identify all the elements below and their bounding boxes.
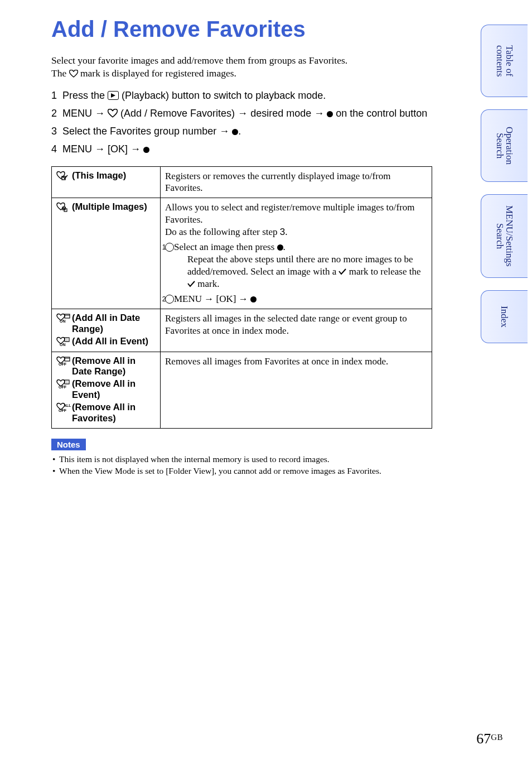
step4-text-b: [OK] <box>108 143 130 155</box>
note-item: This item is not displayed when the inte… <box>51 454 432 465</box>
modes-table: (This Image) Registers or removes the cu… <box>51 166 432 429</box>
step-1: 1 Press the (Playback) button to switch … <box>51 89 432 102</box>
heart-on-event-icon: ON <box>56 337 71 349</box>
svg-text:ON: ON <box>60 343 66 347</box>
svg-rect-6 <box>65 338 69 342</box>
table-row: ON (Add All in Date Range) ON (Add All i… <box>52 309 432 352</box>
heart-on-date-icon: ON <box>56 313 71 326</box>
heart-off-date-icon: OFF <box>56 356 71 369</box>
heart-icon <box>108 108 120 119</box>
sub2-b: [OK] <box>214 294 238 304</box>
svg-text:OFF: OFF <box>59 385 67 389</box>
row2-desc-a: Allows you to select and register/remove… <box>165 201 427 226</box>
svg-text:ALL: ALL <box>64 403 71 407</box>
arrow-icon: → <box>95 143 105 155</box>
arrow-icon: → <box>314 108 324 119</box>
heart-this-image-icon <box>56 171 70 184</box>
step4-text-a: MENU <box>62 143 95 155</box>
check-icon <box>338 266 346 277</box>
page-number-value: 67 <box>476 731 491 747</box>
row4-label-c: (Remove All in Favorites) <box>72 402 136 423</box>
circled-2-icon: 2 <box>165 295 174 304</box>
row2-desc-b-end: . <box>285 227 287 237</box>
tab-label: Table ofcontents <box>495 45 515 77</box>
svg-text:OFF: OFF <box>59 409 67 412</box>
center-button-icon <box>250 296 257 302</box>
row1-desc: Registers or removes the currently displ… <box>161 166 432 198</box>
row3-label-a: (Add All in Date Range) <box>72 313 140 334</box>
arrow-icon: → <box>130 143 141 155</box>
step-4: 4 MENU → [OK] → <box>51 142 432 156</box>
heart-off-event-icon: OFF <box>56 379 71 392</box>
sub2-a: MENU <box>174 294 204 304</box>
steps-list: 1 Press the (Playback) button to switch … <box>51 89 432 156</box>
arrow-icon: → <box>204 294 214 304</box>
table-row: (This Image) Registers or removes the cu… <box>52 166 432 198</box>
heart-icon <box>69 68 78 81</box>
side-tabs: Table ofcontents OperationSearch MENU/Se… <box>481 25 528 355</box>
svg-rect-9 <box>65 357 70 361</box>
notes-list: This item is not displayed when the inte… <box>51 454 432 477</box>
tab-label: MENU/SettingsSearch <box>495 205 515 267</box>
center-button-icon <box>143 147 149 153</box>
arrow-icon: → <box>239 294 248 304</box>
tab-label: Index <box>500 306 510 328</box>
arrow-icon: → <box>238 108 248 119</box>
step2-text-a: MENU <box>62 108 95 119</box>
page-number: 67GB <box>476 731 503 747</box>
row1-label: (This Image) <box>72 170 126 180</box>
intro-text: Select your favorite images and add/remo… <box>51 54 432 81</box>
arrow-icon: → <box>219 126 229 137</box>
notes-header: Notes <box>51 439 86 450</box>
page-number-suffix: GB <box>491 733 503 742</box>
sub1-a: Select an image then press <box>174 242 277 252</box>
step-number: 1 <box>51 89 62 102</box>
sub1-d: mark to release the <box>346 266 420 277</box>
circled-1-icon: 1 <box>165 243 174 252</box>
step2-text-b: (Add / Remove Favorites) <box>120 108 238 119</box>
page-title: Add / Remove Favorites <box>51 17 432 42</box>
step-number: 3 <box>51 124 62 138</box>
step3-text-a: Select the Favorites group number <box>62 126 219 137</box>
tab-label: OperationSearch <box>495 127 515 165</box>
step-3: 3 Select the Favorites group number → . <box>51 124 432 138</box>
arrow-icon: → <box>95 108 105 119</box>
step-number: 2 <box>51 107 62 120</box>
row4-label-b: (Remove All in Event) <box>72 378 136 400</box>
center-button-icon <box>232 129 238 135</box>
step2-text-d: on the control button <box>336 108 427 119</box>
svg-text:OFF: OFF <box>59 362 67 366</box>
intro-line2b: mark is displayed for registered images. <box>80 68 236 79</box>
step2-text-c: desired mode <box>250 108 314 119</box>
table-row: OFF (Remove All in Date Range) OFF (Remo… <box>52 352 432 429</box>
row2-step-ref: 3 <box>280 227 285 237</box>
svg-text:ON: ON <box>60 319 66 323</box>
tab-operation-search[interactable]: OperationSearch <box>481 109 528 182</box>
step1-text-b: (Playback) button to switch to playback … <box>122 90 326 101</box>
tab-index[interactable]: Index <box>481 290 528 343</box>
heart-off-all-icon: ALLOFF <box>56 402 71 415</box>
row3-desc: Registers all images in the selected dat… <box>161 309 432 352</box>
heart-multiple-icon <box>56 202 70 216</box>
row4-desc: Removes all images from Favorites at onc… <box>161 352 432 429</box>
row3-label-b: (Add All in Event) <box>72 336 148 346</box>
row2-desc-b: Do as the following after step <box>165 227 280 237</box>
step-2: 2 MENU → (Add / Remove Favorites) → desi… <box>51 107 432 120</box>
sub1-e: mark. <box>195 278 219 289</box>
tab-table-of-contents[interactable]: Table ofcontents <box>481 25 528 97</box>
svg-rect-12 <box>65 380 69 384</box>
step3-text-b: . <box>238 126 241 137</box>
center-button-icon <box>327 111 333 117</box>
row2-label: (Multiple Images) <box>72 201 147 212</box>
playback-icon <box>108 91 119 100</box>
sub1-b: . <box>283 242 286 252</box>
note-item: When the View Mode is set to [Folder Vie… <box>51 465 432 477</box>
row4-label-a: (Remove All in Date Range) <box>72 355 136 377</box>
intro-line1: Select your favorite images and add/remo… <box>51 55 347 66</box>
svg-rect-3 <box>65 314 70 318</box>
table-row: (Multiple Images) Allows you to select a… <box>52 198 432 309</box>
center-button-icon <box>277 244 283 251</box>
step1-text-a: Press the <box>62 90 108 101</box>
tab-menu-settings-search[interactable]: MENU/SettingsSearch <box>481 194 528 278</box>
step-number: 4 <box>51 142 62 156</box>
